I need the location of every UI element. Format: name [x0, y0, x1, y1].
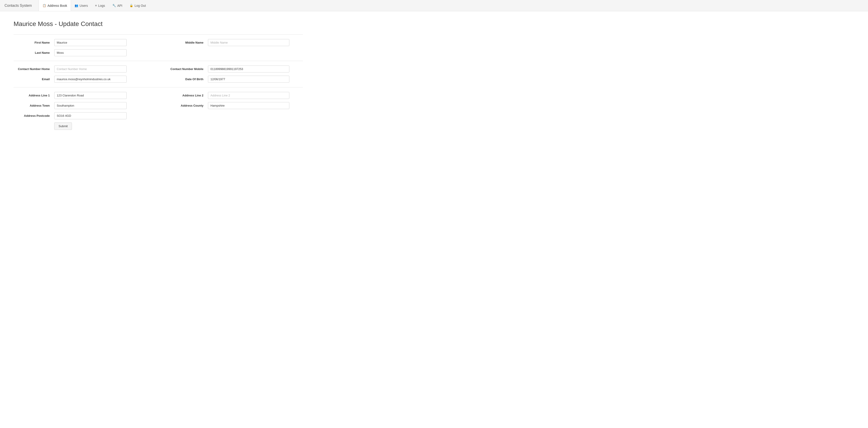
group-first-name: First Name	[13, 39, 145, 46]
group-dob: Date Of Birth	[158, 76, 289, 83]
contact-home-input[interactable]	[54, 66, 127, 72]
main-content: Maurice Moss - Update Contact First Name…	[0, 11, 316, 142]
api-icon: 🔧	[112, 4, 116, 7]
row-last-name: Last Name	[13, 49, 303, 56]
group-contact-mobile: Contact Number Mobile	[158, 66, 289, 72]
navbar: Contacts System 📋 Address Book 👥 Users ≡…	[0, 0, 868, 11]
row-submit: Submit	[13, 123, 303, 130]
divider-contact	[13, 61, 303, 61]
first-name-input[interactable]	[54, 39, 127, 46]
group-address-line2: Address Line 2	[158, 92, 289, 99]
nav-api[interactable]: 🔧 API	[109, 0, 126, 11]
first-name-label: First Name	[13, 41, 50, 44]
middle-name-label: Middle Name	[158, 41, 204, 44]
group-contact-home: Contact Number Home	[13, 66, 145, 72]
address-county-label: Address County	[158, 104, 204, 107]
nav-api-label: API	[117, 4, 123, 7]
email-input[interactable]	[54, 76, 127, 83]
group-address-line1: Address Line 1	[13, 92, 145, 99]
group-email: Email	[13, 76, 145, 83]
last-name-label: Last Name	[13, 51, 50, 55]
address-town-input[interactable]	[54, 102, 127, 109]
logout-icon: 🔓	[129, 4, 133, 7]
address-postcode-input[interactable]	[54, 112, 127, 119]
address-line2-input[interactable]	[208, 92, 289, 99]
row-town-county: Address Town Address County	[13, 102, 303, 109]
address-county-input[interactable]	[208, 102, 289, 109]
nav-logs-label: Logs	[98, 4, 105, 7]
nav-links: 📋 Address Book 👥 Users ≡ Logs 🔧 API 🔓 Lo…	[39, 0, 149, 11]
last-name-input[interactable]	[54, 49, 127, 56]
nav-users[interactable]: 👥 Users	[71, 0, 92, 11]
nav-address-book-label: Address Book	[48, 4, 67, 7]
dob-label: Date Of Birth	[158, 77, 204, 81]
contact-mobile-label: Contact Number Mobile	[158, 67, 204, 71]
nav-logs[interactable]: ≡ Logs	[92, 0, 109, 11]
middle-name-input[interactable]	[208, 39, 289, 46]
divider-top	[13, 34, 303, 35]
contact-home-label: Contact Number Home	[13, 67, 50, 71]
row-address-lines: Address Line 1 Address Line 2	[13, 92, 303, 99]
row-contact-numbers: Contact Number Home Contact Number Mobil…	[13, 66, 303, 72]
email-label: Email	[13, 77, 50, 81]
group-address-town: Address Town	[13, 102, 145, 109]
address-book-icon: 📋	[42, 4, 46, 7]
page-title: Maurice Moss - Update Contact	[13, 20, 303, 28]
address-line1-input[interactable]	[54, 92, 127, 99]
contact-mobile-input[interactable]	[208, 66, 289, 72]
users-icon: 👥	[74, 4, 78, 7]
submit-button[interactable]: Submit	[54, 123, 72, 130]
navbar-brand: Contacts System	[4, 4, 32, 8]
logs-icon: ≡	[95, 4, 97, 7]
nav-address-book[interactable]: 📋 Address Book	[39, 0, 71, 11]
row-postcode: Address Postcode	[13, 112, 303, 119]
nav-logout-label: Log Out	[134, 4, 146, 7]
dob-input[interactable]	[208, 76, 289, 83]
nav-users-label: Users	[80, 4, 88, 7]
address-section: Address Line 1 Address Line 2 Address To…	[13, 92, 303, 130]
address-postcode-label: Address Postcode	[13, 114, 50, 118]
address-line1-label: Address Line 1	[13, 94, 50, 97]
address-line2-label: Address Line 2	[158, 94, 204, 97]
divider-address	[13, 87, 303, 88]
group-middle-name: Middle Name	[158, 39, 289, 46]
nav-logout[interactable]: 🔓 Log Out	[126, 0, 149, 11]
group-last-name: Last Name	[13, 49, 145, 56]
group-address-county: Address County	[158, 102, 289, 109]
address-town-label: Address Town	[13, 104, 50, 107]
row-first-middle: First Name Middle Name	[13, 39, 303, 46]
group-address-postcode: Address Postcode	[13, 112, 145, 119]
contact-section: Contact Number Home Contact Number Mobil…	[13, 66, 303, 83]
row-email-dob: Email Date Of Birth	[13, 76, 303, 83]
name-section: First Name Middle Name Last Name	[13, 39, 303, 56]
